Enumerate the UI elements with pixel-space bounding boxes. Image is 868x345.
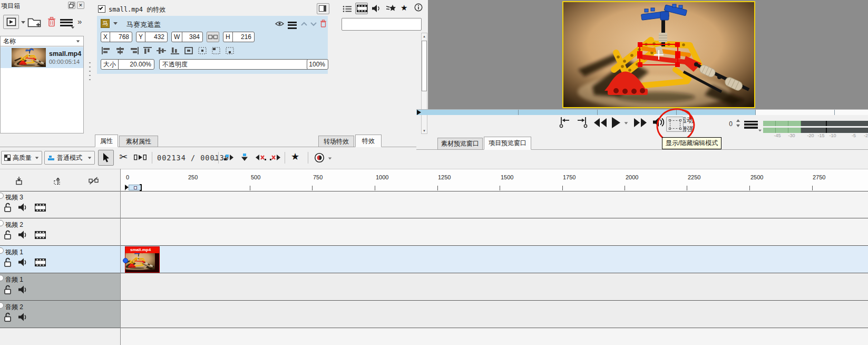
close-panel-button[interactable]: ✕ <box>77 2 84 9</box>
track-select-circle[interactable] <box>0 193 4 199</box>
rewind-button[interactable] <box>593 118 607 129</box>
preview-seekbar[interactable] <box>416 109 868 115</box>
track-lane-video1[interactable] <box>120 246 868 273</box>
add-marker-button[interactable] <box>239 154 250 163</box>
new-folder-button[interactable] <box>27 16 41 30</box>
effect-delete-button[interactable] <box>320 20 327 29</box>
video-filters-button[interactable] <box>355 3 368 14</box>
bin-menu-dropdown-arrow[interactable] <box>71 27 74 29</box>
effect-dropdown-arrow[interactable] <box>113 22 118 25</box>
preview-volume-button[interactable] <box>652 117 666 129</box>
opacity-slider[interactable]: 不透明度 <box>159 59 309 70</box>
lock-icon[interactable] <box>4 285 12 296</box>
region-corner-button[interactable] <box>211 46 221 56</box>
selection-handle[interactable] <box>134 186 137 189</box>
add-clip-button[interactable] <box>3 15 19 29</box>
mask-edit-rect[interactable] <box>639 44 678 65</box>
mask-handle-left[interactable] <box>637 51 642 59</box>
mute-icon[interactable] <box>18 258 28 268</box>
ruler-selection-region[interactable] <box>129 185 141 190</box>
audio-filters-button[interactable] <box>372 4 382 14</box>
track-lane-audio2[interactable] <box>120 301 868 328</box>
mute-icon[interactable] <box>18 231 28 241</box>
tab-transitions[interactable]: 转场特效 <box>318 136 354 147</box>
region-bottom-button[interactable] <box>225 46 235 56</box>
record-narration-button[interactable] <box>314 152 325 165</box>
align-right-button[interactable] <box>129 46 139 56</box>
record-dropdown-arrow[interactable] <box>328 158 331 160</box>
fast-forward-button[interactable] <box>633 118 647 129</box>
mask-handle-br[interactable] <box>675 62 680 67</box>
track-select-circle[interactable] <box>0 302 4 309</box>
skip-to-end-button[interactable] <box>577 117 588 130</box>
skip-to-start-button[interactable] <box>559 117 570 130</box>
track-header-audio2[interactable]: 音频 2 <box>0 301 120 328</box>
mute-icon[interactable] <box>18 285 28 295</box>
timeline-playhead-flag[interactable] <box>125 185 129 190</box>
selection-end-bracket[interactable] <box>140 184 142 191</box>
video-visible-icon[interactable] <box>35 204 46 213</box>
preview-menu-arrow[interactable] <box>758 130 762 132</box>
track-lane-audio1[interactable] <box>120 273 868 301</box>
effect-visibility-button[interactable] <box>275 21 284 28</box>
h-field[interactable]: H 216 <box>223 32 255 42</box>
track-lane-video3[interactable] <box>120 191 868 218</box>
tab-properties[interactable]: 属性 <box>95 135 118 147</box>
video-visible-icon[interactable] <box>35 258 46 268</box>
mask-handle-right[interactable] <box>675 51 680 59</box>
track-select-circle[interactable] <box>0 275 4 281</box>
align-top-button[interactable] <box>142 46 153 56</box>
av-link-toggle-button[interactable] <box>89 177 99 186</box>
mute-icon[interactable] <box>18 203 28 213</box>
panel-splitter[interactable] <box>89 62 91 83</box>
seekbar-playhead[interactable] <box>417 110 421 115</box>
goto-next-marker-button[interactable] <box>223 154 234 163</box>
w-field[interactable]: W 384 <box>171 32 203 42</box>
remove-marker-right-button[interactable] <box>270 154 281 163</box>
remove-marker-left-button[interactable] <box>255 154 266 163</box>
bin-more-button[interactable]: » <box>77 17 82 26</box>
track-header-audio1[interactable]: 音频 1 <box>0 273 120 301</box>
mask-handle-bl[interactable] <box>638 62 642 67</box>
play-options-arrow[interactable] <box>625 122 628 124</box>
favorite-filters-button[interactable]: ★ <box>401 3 407 13</box>
loop-count-spinner[interactable] <box>736 119 740 129</box>
align-center-h-button[interactable] <box>115 46 125 56</box>
add-clip-dropdown-arrow[interactable] <box>21 21 25 24</box>
effect-move-up-button[interactable] <box>301 21 307 28</box>
bin-menu-button[interactable] <box>60 17 73 27</box>
mute-icon[interactable] <box>18 313 28 323</box>
delete-clip-button[interactable] <box>47 16 56 28</box>
track-header-video2[interactable]: 视频 2 <box>0 218 120 246</box>
region-center-button[interactable] <box>197 46 208 56</box>
transition-filters-button[interactable] <box>386 4 396 14</box>
video-visible-icon[interactable] <box>35 231 46 241</box>
lock-icon[interactable] <box>4 312 12 323</box>
overwrite-mode-button[interactable] <box>16 177 25 187</box>
preview-menu-button[interactable] <box>744 119 758 130</box>
link-wh-button[interactable] <box>207 32 219 42</box>
track-lane-video2[interactable] <box>120 218 868 246</box>
opacity-value-box[interactable]: 100% <box>307 59 328 70</box>
x-field[interactable]: X 768 <box>101 32 132 42</box>
split-tool-button[interactable]: ✂ <box>119 151 128 163</box>
align-bottom-button[interactable] <box>170 46 180 56</box>
y-field[interactable]: Y 432 <box>136 32 168 42</box>
float-panel-button[interactable] <box>68 2 75 9</box>
effect-menu-button[interactable] <box>288 20 297 30</box>
track-header-video3[interactable]: 视频 3 <box>0 191 120 218</box>
mask-handle-tl[interactable] <box>638 42 642 47</box>
effects-panel-toggle-button[interactable] <box>317 3 329 14</box>
lock-icon[interactable] <box>4 203 12 214</box>
clip-fade-handle[interactable] <box>123 258 128 263</box>
fit-frame-button[interactable] <box>183 46 194 56</box>
tab-clip-properties[interactable]: 素材属性 <box>119 136 158 147</box>
bin-name-header[interactable]: 名称 <box>0 36 84 46</box>
lock-icon[interactable] <box>4 230 12 241</box>
tab-project-preview[interactable]: 项目预览窗口 <box>484 137 531 150</box>
track-select-circle[interactable] <box>0 220 4 226</box>
track-header-video1[interactable]: 视频 1 <box>0 246 120 273</box>
align-left-button[interactable] <box>101 46 112 56</box>
filter-info-button[interactable] <box>414 3 423 13</box>
timecode-dropdown-arrow[interactable] <box>213 159 217 161</box>
